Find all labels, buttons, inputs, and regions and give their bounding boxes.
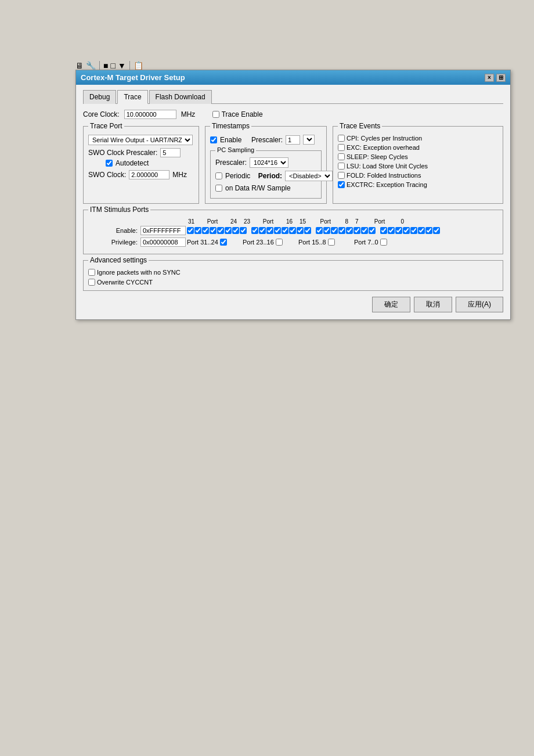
itm-cb-9[interactable]	[361, 227, 368, 234]
itm-cb-14[interactable]	[323, 227, 330, 234]
port-label-2431: Port	[207, 218, 218, 225]
itm-cb-2[interactable]	[418, 227, 425, 234]
trace-events-panel: Trace Events CPI: Cycles per Instruction…	[333, 126, 503, 204]
core-clock-label: Core Clock:	[83, 110, 120, 118]
on-data-rw-checkbox[interactable]	[215, 185, 222, 192]
close-button[interactable]: ×	[485, 74, 494, 82]
port158-checkbox[interactable]	[328, 239, 335, 246]
periodic-label: Periodic	[225, 172, 250, 180]
core-clock-input[interactable]	[124, 110, 176, 119]
trace-enable-label: Trace Enable	[222, 110, 263, 118]
apply-button[interactable]: 应用(A)	[456, 297, 503, 312]
itm-cb-10[interactable]	[353, 227, 360, 234]
periodic-checkbox[interactable]	[215, 172, 222, 179]
autodetect-checkbox[interactable]	[106, 160, 113, 167]
event-lsu: LSU: Load Store Unit Cycles	[338, 163, 498, 170]
itm-cb-16[interactable]	[304, 227, 311, 234]
tab-flash-download[interactable]: Flash Download	[149, 90, 212, 104]
title-bar: Cortex-M Target Driver Setup × ⊞	[76, 70, 510, 85]
itm-cb-19[interactable]	[282, 227, 288, 234]
trace-events-title: Trace Events	[338, 122, 382, 130]
tab-trace[interactable]: Trace	[117, 90, 147, 104]
itm-cb-24[interactable]	[240, 227, 247, 234]
port2316-checkbox[interactable]	[276, 239, 283, 246]
timestamps-prescaler-input[interactable]	[286, 135, 300, 145]
itm-cb-29[interactable]	[202, 227, 209, 234]
itm-cb-21[interactable]	[266, 227, 273, 234]
event-exctrc-checkbox[interactable]	[338, 181, 345, 188]
port-num-7: 7	[355, 218, 359, 225]
main-window: Cortex-M Target Driver Setup × ⊞ Debug T…	[75, 70, 511, 320]
pc-prescaler-select[interactable]: 1024*16 512*16 256*16	[250, 157, 288, 168]
itm-cb-28[interactable]	[210, 227, 217, 234]
period-label: Period:	[258, 172, 282, 180]
event-sleep-checkbox[interactable]	[338, 153, 345, 160]
timestamps-enable-checkbox[interactable]	[210, 136, 217, 143]
itm-cb-3[interactable]	[410, 227, 417, 234]
itm-cb-18[interactable]	[289, 227, 296, 234]
ignore-sync-checkbox[interactable]	[88, 269, 95, 276]
ignore-sync-label: Ignore packets with no SYNC	[97, 269, 181, 276]
pc-sampling-title: PC Sampling	[215, 146, 256, 153]
itm-cb-17[interactable]	[297, 227, 304, 234]
event-exctrc-label: EXCTRC: Exception Tracing	[347, 181, 427, 188]
timestamps-enable-label: Enable	[220, 136, 241, 144]
timestamps-prescaler-select[interactable]: ▼	[303, 135, 315, 145]
swo-clock-input[interactable]	[129, 170, 169, 179]
port70-checkbox[interactable]	[380, 239, 387, 246]
itm-cb-27[interactable]	[217, 227, 224, 234]
window-title: Cortex-M Target Driver Setup	[81, 73, 185, 82]
port-select[interactable]: Serial Wire Output - UART/NRZ Trace Port…	[88, 135, 193, 145]
itm-privilege-input[interactable]	[140, 237, 186, 247]
itm-cb-11[interactable]	[346, 227, 353, 234]
trace-port-title: Trace Port	[88, 122, 124, 130]
autodetect-row: Autodetect	[88, 159, 194, 167]
itm-cb-12[interactable]	[338, 227, 345, 234]
tab-debug[interactable]: Debug	[83, 90, 116, 104]
ok-button[interactable]: 确定	[372, 297, 410, 312]
itm-cb-5[interactable]	[395, 227, 402, 234]
itm-cb-8[interactable]	[369, 227, 376, 234]
itm-cb-13[interactable]	[331, 227, 338, 234]
cancel-button[interactable]: 取消	[414, 297, 452, 312]
timestamps-title: Timestamps	[210, 122, 251, 130]
itm-cb-30[interactable]	[194, 227, 201, 234]
itm-panel: ITM Stimulus Ports 31 Port 24 23	[83, 210, 503, 254]
itm-cb-20[interactable]	[274, 227, 281, 234]
itm-cb-25[interactable]	[232, 227, 239, 234]
title-bar-buttons: × ⊞	[485, 74, 506, 82]
event-lsu-checkbox[interactable]	[338, 163, 345, 170]
trace-enable-checkbox[interactable]	[212, 111, 219, 118]
period-select[interactable]: <Disabled>	[285, 171, 333, 181]
itm-cb-31[interactable]	[187, 227, 194, 234]
desktop: 🖥 🔧 ■ □ ▼ 📋 Cortex-M Target Driver Setup…	[0, 0, 534, 756]
itm-cb-7[interactable]	[380, 227, 387, 234]
itm-checkboxes-23-16	[251, 227, 311, 234]
pc-prescaler-row: Prescaler: 1024*16 512*16 256*16	[215, 157, 316, 168]
itm-checkboxes-7-0	[380, 227, 440, 234]
itm-cb-6[interactable]	[388, 227, 395, 234]
event-fold-checkbox[interactable]	[338, 172, 345, 179]
itm-cb-22[interactable]	[259, 227, 266, 234]
on-data-rw-row: on Data R/W Sample	[215, 184, 316, 192]
itm-cb-26[interactable]	[225, 227, 232, 234]
itm-cb-15[interactable]	[316, 227, 323, 234]
maximize-button[interactable]: ⊞	[496, 74, 506, 82]
toolbar-icon-6: 📋	[134, 61, 143, 70]
swo-clock-label: SWO Clock:	[88, 171, 126, 179]
periodic-row: Periodic Period: <Disabled>	[215, 171, 316, 181]
event-cpi: CPI: Cycles per Instruction	[338, 135, 498, 142]
itm-cb-23[interactable]	[251, 227, 258, 234]
port-num-0: 0	[400, 218, 404, 225]
itm-cb-0[interactable]	[433, 227, 440, 234]
itm-enable-input[interactable]	[140, 226, 186, 235]
toolbar-icon-3: ■	[103, 61, 108, 70]
port3124-checkbox[interactable]	[220, 239, 227, 246]
overwrite-cyccnt-checkbox[interactable]	[88, 279, 95, 286]
swo-prescaler-input[interactable]	[160, 148, 181, 157]
event-exc-checkbox[interactable]	[338, 144, 345, 151]
event-cpi-checkbox[interactable]	[338, 135, 345, 142]
itm-cb-1[interactable]	[425, 227, 432, 234]
toolbar-icon-4: □	[110, 61, 115, 70]
itm-cb-4[interactable]	[403, 227, 410, 234]
